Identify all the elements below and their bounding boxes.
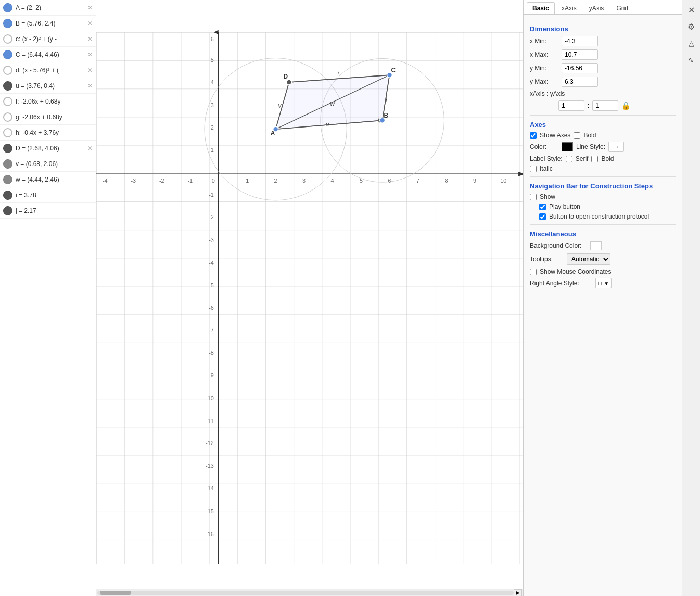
wave-icon: ∿ (688, 56, 694, 64)
mouse-coords-row: Show Mouse Coordinates (530, 268, 676, 275)
xmin-input[interactable] (562, 36, 598, 46)
mouse-coords-checkbox[interactable] (530, 269, 537, 275)
play-button-row: Play button (539, 203, 676, 210)
bg-color-swatch[interactable] (590, 241, 602, 250)
bottom-scrollbar[interactable]: ▶ (96, 589, 523, 596)
close-C[interactable]: ✕ (87, 51, 93, 58)
ymax-row: y Max: (530, 77, 676, 87)
mouse-coords-label: Show Mouse Coordinates (540, 268, 611, 275)
dot-d (3, 66, 12, 75)
close-icon-btn[interactable]: ✕ (684, 3, 698, 17)
list-item-c: c: (x - 2)² + (y -✕ (0, 31, 96, 47)
tab-basic[interactable]: Basic (527, 2, 555, 14)
italic-label: Italic (540, 165, 553, 172)
serif-checkbox[interactable] (566, 156, 572, 162)
dot-C (3, 50, 12, 59)
svg-text:2: 2 (211, 124, 214, 131)
bold-axes-label: Bold (583, 132, 596, 139)
tooltips-row: Tooltips: Automatic On Off (530, 253, 676, 265)
wave-icon-btn[interactable]: ∿ (684, 53, 698, 67)
label-v: v = (0.68, 2.06) (16, 160, 93, 168)
misc-title: Miscellaneous (530, 230, 676, 238)
line-style-button[interactable]: → (608, 142, 624, 152)
open-protocol-row: Button to open construction protocol (539, 213, 676, 220)
close-B[interactable]: ✕ (87, 20, 93, 27)
tabs-bar: BasicxAxisyAxisGrid (524, 0, 682, 15)
svg-text:w: w (330, 100, 336, 107)
play-button-checkbox[interactable] (539, 204, 546, 210)
right-panel: BasicxAxisyAxisGrid Dimensions x Min: x … (523, 0, 682, 596)
bg-color-label: Background Color: (530, 242, 587, 249)
label-j: j = 2.17 (16, 207, 93, 214)
expand-button[interactable]: ▶ (514, 589, 522, 597)
gear-icon-btn[interactable]: ⚙ (684, 19, 698, 34)
label-g: g: -2.06x + 0.68y (16, 113, 93, 121)
close-u[interactable]: ✕ (87, 82, 93, 90)
dot-A (3, 3, 12, 12)
ymin-label: y Min: (530, 65, 558, 72)
tab-grid[interactable]: Grid (610, 2, 634, 14)
svg-text:9: 9 (473, 177, 476, 184)
xmax-input[interactable] (562, 49, 598, 60)
close-d[interactable]: ✕ (87, 67, 93, 74)
dot-f (3, 97, 12, 106)
close-A[interactable]: ✕ (87, 4, 93, 11)
scroll-thumb[interactable] (100, 591, 131, 595)
ratio2-input[interactable] (592, 100, 618, 111)
color-label: Color: (530, 143, 558, 150)
dot-g (3, 112, 12, 122)
svg-text:-4: -4 (103, 177, 108, 184)
scroll-track[interactable] (97, 591, 514, 595)
list-item-A: A = (2, 2)✕ (0, 0, 96, 16)
svg-text:-8: -8 (209, 350, 214, 356)
close-D[interactable]: ✕ (87, 145, 93, 152)
dot-w (3, 175, 12, 184)
open-protocol-checkbox[interactable] (539, 213, 546, 220)
close-c[interactable]: ✕ (87, 35, 93, 43)
tab-xaxis[interactable]: xAxis (556, 2, 582, 14)
gear-icon: ⚙ (688, 22, 695, 32)
color-swatch[interactable] (562, 142, 573, 151)
tab-yaxis[interactable]: yAxis (583, 2, 610, 14)
ymin-input[interactable] (562, 63, 598, 73)
ratio1-input[interactable] (558, 100, 584, 111)
show-nav-label: Show (540, 193, 555, 200)
label-C: C = (6.44, 4.46) (16, 51, 86, 58)
svg-text:-2: -2 (209, 214, 214, 220)
list-item-g: g: -2.06x + 0.68y (0, 109, 96, 125)
lock-icon[interactable]: 🔓 (621, 102, 630, 110)
italic-checkbox[interactable] (530, 166, 537, 172)
label-h: h: -0.4x + 3.76y (16, 129, 93, 136)
shape-icon-btn[interactable]: △ (684, 36, 698, 50)
list-item-f: f: -2.06x + 0.68y (0, 94, 96, 109)
right-angle-value: □ (598, 280, 602, 287)
label-D: D = (2.68, 4.06) (16, 145, 86, 152)
dot-v (3, 159, 12, 169)
icon-bar: ✕ ⚙ △ ∿ (682, 0, 700, 596)
show-axes-checkbox[interactable] (530, 132, 537, 139)
svg-text:2: 2 (274, 177, 277, 184)
right-angle-label: Right Angle Style: (530, 280, 592, 287)
play-button-label: Play button (549, 203, 580, 210)
svg-text:6: 6 (388, 177, 391, 184)
svg-text:-15: -15 (206, 508, 214, 514)
line-style-label: Line Style: (576, 143, 605, 150)
tooltips-select[interactable]: Automatic On Off (567, 253, 610, 265)
show-nav-checkbox[interactable] (530, 194, 537, 200)
svg-text:B: B (384, 112, 389, 119)
right-angle-row: Right Angle Style: □ ▼ (530, 278, 676, 288)
svg-text:u: u (326, 121, 329, 128)
xmax-row: x Max: (530, 49, 676, 60)
right-angle-dropdown-icon[interactable]: ▼ (604, 281, 609, 286)
shape-icon: △ (689, 39, 694, 47)
right-angle-select[interactable]: □ ▼ (595, 278, 612, 288)
ymax-input[interactable] (562, 77, 598, 87)
svg-text:10: 10 (500, 177, 506, 184)
ymax-label: y Max: (530, 78, 558, 85)
bold-axes-checkbox[interactable] (574, 132, 580, 139)
bold-style-checkbox[interactable] (591, 156, 598, 162)
svg-text:-4: -4 (209, 260, 214, 266)
label-A: A = (2, 2) (16, 4, 86, 11)
show-axes-row: Show Axes Bold (530, 132, 676, 139)
nav-bar-title: Navigation Bar for Construction Steps (530, 182, 676, 190)
